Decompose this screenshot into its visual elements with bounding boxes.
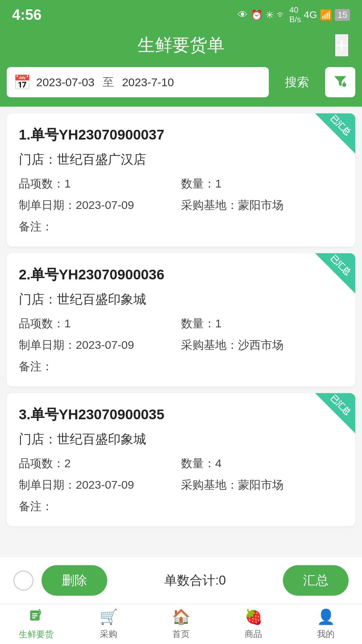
filter-button[interactable] [325, 67, 355, 97]
date-from: 2023-07-03 [36, 76, 95, 89]
order-row-items-qty-3: 品项数：2 数量：4 [19, 456, 343, 471]
delete-button[interactable]: 删除 [42, 565, 107, 596]
order-base-2: 采购基地：沙西市场 [181, 337, 343, 353]
goods-icon: 🍓 [244, 608, 263, 626]
order-remark-3: 备注： [19, 499, 343, 514]
order-row-items-qty-1: 品项数：1 数量：1 [19, 176, 343, 192]
order-row-date-base-2: 制单日期：2023-07-09 采购基地：沙西市场 [19, 337, 343, 353]
status-icons: 👁 ⏰ ✳ ᯤ 40B/s 4G 📶 15 [238, 5, 350, 24]
home-icon: 🏠 [172, 608, 190, 626]
order-quantity-1: 数量：1 [181, 176, 343, 192]
status-badge-3: 已汇总 [315, 393, 355, 433]
status-badge-2: 已汇总 [315, 253, 355, 293]
purchase-icon: 🛒 [100, 608, 118, 626]
order-store-2: 门店：世纪百盛印象城 [19, 291, 343, 308]
order-date-1: 制单日期：2023-07-09 [19, 198, 181, 213]
nav-item-home[interactable]: 🏠 首页 [145, 604, 217, 644]
order-store-3: 门店：世纪百盛印象城 [19, 431, 343, 448]
search-bar: 📅 2023-07-03 至 2023-7-10 搜索 [0, 67, 362, 107]
status-badge-1: 已汇总 [315, 113, 355, 154]
add-order-button[interactable]: + [335, 34, 349, 57]
order-date-3: 制单日期：2023-07-09 [19, 477, 181, 493]
date-to: 2023-7-10 [122, 76, 174, 89]
order-items-count-1: 品项数：1 [19, 176, 181, 192]
status-text-3: 已汇总 [327, 393, 354, 419]
order-remark-2: 备注： [19, 359, 343, 374]
order-quantity-2: 数量：1 [181, 316, 343, 331]
order-number-3: 3.单号YH23070900035 [19, 405, 343, 424]
order-base-1: 采购基地：蒙阳市场 [181, 198, 343, 213]
order-base-3: 采购基地：蒙阳市场 [181, 477, 343, 493]
status-time: 4:56 [12, 6, 42, 23]
date-separator: 至 [103, 74, 114, 90]
nav-item-purchase[interactable]: 🛒 采购 [72, 604, 145, 644]
nav-item-fresh[interactable]: 生鲜要货 [0, 604, 72, 644]
fresh-icon [29, 608, 44, 626]
order-row-items-qty-2: 品项数：1 数量：1 [19, 316, 343, 331]
nav-label-fresh: 生鲜要货 [19, 629, 54, 640]
bottom-action-bar: 删除 单数合计:0 汇总 [0, 557, 362, 604]
status-bar: 4:56 👁 ⏰ ✳ ᯤ 40B/s 4G 📶 15 [0, 0, 362, 27]
order-date-2: 制单日期：2023-07-09 [19, 337, 181, 353]
order-remark-1: 备注： [19, 219, 343, 234]
date-range-box[interactable]: 📅 2023-07-03 至 2023-7-10 [7, 67, 269, 97]
order-number-1: 1.单号YH23070900037 [19, 125, 343, 144]
search-button[interactable]: 搜索 [274, 67, 320, 97]
order-card-3[interactable]: 3.单号YH23070900035 门店：世纪百盛印象城 品项数：2 数量：4 … [7, 393, 355, 526]
order-number-2: 2.单号YH23070900036 [19, 265, 343, 284]
nav-label-goods: 商品 [245, 628, 262, 640]
order-row-date-base-1: 制单日期：2023-07-09 采购基地：蒙阳市场 [19, 198, 343, 213]
bottom-nav: 生鲜要货 🛒 采购 🏠 首页 🍓 商品 👤 我的 [0, 604, 362, 644]
summary-button[interactable]: 汇总 [283, 565, 349, 596]
nav-label-home: 首页 [172, 628, 190, 640]
order-items-count-3: 品项数：2 [19, 456, 181, 471]
page-title: 生鲜要货单 [137, 34, 225, 57]
nav-item-mine[interactable]: 👤 我的 [290, 604, 362, 644]
page-header: 生鲜要货单 + [0, 27, 362, 67]
status-text-1: 已汇总 [327, 113, 354, 139]
order-row-date-base-3: 制单日期：2023-07-09 采购基地：蒙阳市场 [19, 477, 343, 493]
order-card-1[interactable]: 1.单号YH23070900037 门店：世纪百盛广汉店 品项数：1 数量：1 … [7, 113, 355, 247]
filter-icon [333, 73, 348, 91]
select-all-checkbox[interactable] [13, 571, 34, 591]
mine-icon: 👤 [317, 608, 335, 626]
nav-label-purchase: 采购 [100, 628, 117, 640]
order-store-1: 门店：世纪百盛广汉店 [19, 151, 343, 168]
svg-point-1 [342, 83, 346, 87]
nav-label-mine: 我的 [317, 628, 335, 640]
order-card-2[interactable]: 2.单号YH23070900036 门店：世纪百盛印象城 品项数：1 数量：1 … [7, 253, 355, 386]
order-quantity-3: 数量：4 [181, 456, 343, 471]
calendar-icon: 📅 [13, 74, 31, 91]
order-items-count-2: 品项数：1 [19, 316, 181, 331]
total-count-text: 单数合计:0 [115, 572, 275, 589]
order-list: 1.单号YH23070900037 门店：世纪百盛广汉店 品项数：1 数量：1 … [0, 107, 362, 593]
nav-item-goods[interactable]: 🍓 商品 [217, 604, 290, 644]
status-text-2: 已汇总 [327, 253, 354, 279]
